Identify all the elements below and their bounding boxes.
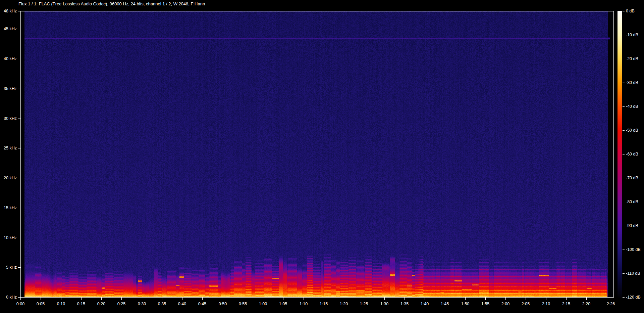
freq-tick (18, 89, 20, 89)
time-tick (445, 298, 445, 300)
freq-tick (18, 267, 20, 268)
time-tick (405, 298, 405, 300)
freq-tick-label: 25 kHz (0, 145, 17, 151)
time-tick-label: 0:10 (50, 301, 72, 307)
spectrogram-canvas (21, 11, 613, 297)
freq-tick (18, 297, 20, 298)
freq-tick-label: 20 kHz (0, 175, 17, 181)
freq-tick-label: 0 kHz (0, 295, 17, 300)
spectrogram-plot (20, 11, 614, 298)
time-tick-label: 0:50 (212, 301, 233, 307)
freq-tick-label: 5 kHz (0, 265, 17, 270)
time-tick-label: 0:55 (232, 301, 254, 307)
freq-tick (18, 148, 20, 148)
db-tick (623, 250, 625, 250)
db-tick (623, 59, 625, 59)
time-tick (364, 298, 364, 300)
db-tick (623, 226, 625, 226)
time-tick-label: 0:05 (30, 301, 51, 307)
freq-tick (18, 208, 20, 208)
db-tick (623, 106, 625, 107)
spek-window: Flux 1 / 1: FLAC (Free Lossless Audio Co… (0, 0, 644, 313)
time-tick (182, 298, 182, 300)
time-tick (41, 298, 41, 300)
time-tick (546, 298, 546, 300)
time-tick-label: 2:00 (495, 301, 516, 307)
freq-tick-label: 48 kHz (0, 8, 17, 14)
db-tick-label: 0 dB (626, 8, 635, 14)
time-tick (162, 298, 162, 300)
time-tick-label: 2:26 (600, 301, 622, 307)
time-tick-label: 0:30 (131, 301, 153, 307)
time-tick-label: 0:00 (10, 301, 31, 307)
db-tick-label: -110 dB (626, 271, 640, 276)
freq-tick (18, 59, 20, 59)
time-tick-label: 1:05 (272, 301, 294, 307)
freq-tick-label: 35 kHz (0, 86, 17, 91)
time-tick (283, 298, 283, 300)
db-tick-label: -70 dB (626, 175, 638, 181)
time-tick-label: 1:40 (414, 301, 435, 307)
db-tick-label: -120 dB (626, 295, 641, 300)
time-tick (121, 298, 122, 300)
time-tick-label: 1:00 (252, 301, 274, 307)
db-tick-label: -60 dB (626, 151, 638, 157)
time-tick (611, 298, 611, 300)
time-tick (142, 298, 142, 300)
time-tick-label: 0:45 (192, 301, 213, 307)
time-tick-label: 2:20 (576, 301, 597, 307)
freq-tick-label: 15 kHz (0, 205, 17, 211)
time-tick (465, 298, 466, 300)
time-tick (101, 298, 102, 300)
time-tick-label: 1:35 (394, 301, 415, 307)
time-tick-label: 1:30 (374, 301, 395, 307)
time-tick-label: 1:25 (353, 301, 375, 307)
time-tick-label: 2:05 (515, 301, 536, 307)
time-tick (263, 298, 263, 300)
db-tick (623, 273, 625, 274)
db-tick (623, 35, 625, 35)
db-tick (623, 83, 625, 83)
freq-tick (18, 178, 20, 178)
db-tick (623, 297, 625, 298)
time-tick-label: 0:40 (171, 301, 193, 307)
time-tick (202, 298, 203, 300)
time-tick (324, 298, 324, 300)
freq-tick-label: 45 kHz (0, 26, 17, 32)
time-tick (304, 298, 304, 300)
time-tick (61, 298, 61, 300)
db-tick (623, 202, 625, 202)
time-tick-label: 1:55 (475, 301, 496, 307)
time-tick (223, 298, 223, 300)
db-tick (623, 154, 625, 154)
db-tick-label: -80 dB (626, 199, 638, 205)
time-tick-label: 1:20 (333, 301, 355, 307)
time-tick (566, 298, 567, 300)
db-tick-label: -100 dB (626, 247, 641, 252)
freq-tick-label: 40 kHz (0, 56, 17, 61)
time-tick (586, 298, 587, 300)
time-tick-label: 1:50 (454, 301, 476, 307)
time-tick-label: 1:45 (434, 301, 455, 307)
freq-tick (18, 119, 20, 119)
db-tick (623, 178, 625, 178)
time-tick-label: 0:35 (151, 301, 173, 307)
freq-tick (18, 238, 20, 238)
app-title: Flux 1 / 1: FLAC (Free Lossless Audio Co… (18, 1, 205, 7)
time-tick-label: 1:15 (313, 301, 334, 307)
time-tick (505, 298, 506, 300)
colorbar-canvas (618, 11, 622, 298)
db-tick (623, 11, 625, 11)
time-tick-label: 1:10 (293, 301, 314, 307)
freq-tick (18, 29, 20, 29)
db-tick (623, 130, 625, 131)
db-tick-label: -40 dB (626, 104, 638, 109)
freq-tick-label: 30 kHz (0, 116, 17, 121)
db-tick-label: -20 dB (626, 56, 638, 61)
freq-tick-label: 10 kHz (0, 235, 17, 240)
time-tick (243, 298, 243, 300)
time-tick-label: 0:15 (70, 301, 92, 307)
time-tick (485, 298, 486, 300)
time-tick (425, 298, 425, 300)
colorbar (618, 11, 622, 298)
